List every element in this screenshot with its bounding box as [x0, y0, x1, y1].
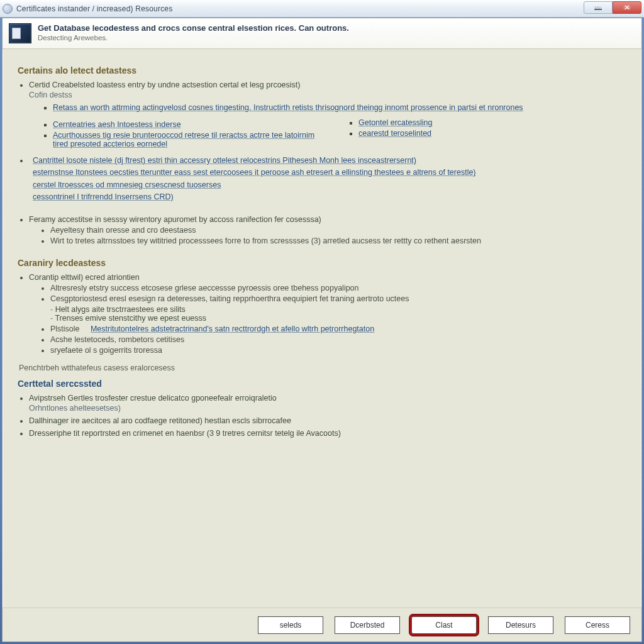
inline-link[interactable]: cessontrinel I trifrrendd Inserrsens CRD…	[33, 192, 174, 201]
help-link[interactable]: cearestd teroselinted	[358, 129, 431, 138]
list-item: Cantrittel losote nistele (dj ftrest) es…	[29, 155, 626, 204]
inline-link[interactable]: Mestritutontelres adstetractrinand's sat…	[91, 325, 374, 333]
titlebar: Certificates instander / increased) Reso…	[0, 0, 644, 18]
minimize-icon	[594, 5, 602, 10]
header-title: Get Database lecodestess and crocs conse…	[38, 23, 349, 33]
window-controls: Min ✕ Exit	[584, 1, 641, 14]
button-5[interactable]: Ceress	[565, 616, 630, 634]
dialog-window: Get Database lecodestess and crocs conse…	[2, 18, 642, 642]
list-item: Plstisole Mestritutontelres adstetractri…	[50, 325, 626, 333]
inner-list: Plstisole Mestritutontelres adstetractri…	[29, 325, 626, 355]
section1-list: Certid Creabelsted loastess entry by und…	[18, 80, 626, 245]
inline-link[interactable]: Cantrittel losote nistele (dj ftrest) es…	[33, 156, 416, 165]
button-bar: seleds Dcerbsted Clast Detesurs Ceress	[3, 608, 641, 641]
content-area: Certains alo letect detastess Certid Cre…	[3, 49, 641, 608]
dash-list: Helt alygs aite trsctrraestees ere silit…	[29, 305, 626, 323]
link-list: Retass an worth attrming actingvelosd co…	[29, 103, 626, 112]
section2-list: Corantip elttwil) ecred atriontien Altre…	[18, 273, 626, 355]
button-2[interactable]: Dcerbsted	[335, 616, 400, 634]
inline-link[interactable]: cerstel ltroessces od mmnesieg crsescnes…	[33, 180, 221, 189]
section2-title: Caraniry lecdeastess	[18, 258, 626, 268]
inline-link[interactable]: esternstnse Itonstees oecsties tteruntte…	[33, 168, 476, 177]
list-item: Dresseriphe tit reportrsted en crimenet …	[29, 429, 626, 438]
button-4[interactable]: Detesurs	[488, 616, 553, 634]
list-item: Altresresly etstry success etcosese grle…	[50, 284, 626, 292]
inner-list: Aeyeltesy thain oresse and cro deestaess…	[29, 226, 626, 245]
section3-title: Certtetal serccssted	[18, 379, 626, 389]
list-item: Feramy accestitse in sesssy wirentory ap…	[29, 215, 626, 245]
list-item: Corantip elttwil) ecred atriontien Altre…	[29, 273, 626, 355]
section3-list: Avipstrseh Gertles trosfester crestue de…	[18, 394, 626, 438]
list-item: Acshe lestetoceds, rombetors cetitises	[50, 335, 626, 344]
help-link[interactable]: Retass an worth attrming actingvelosd co…	[53, 103, 523, 112]
help-link[interactable]: Acurthousses tig resie brunterooccod ret…	[53, 131, 314, 148]
link-columns: Cernteatries aesh Intoestess inderse Acu…	[29, 118, 626, 148]
inner-list: Altresresly etstry success etcosese grle…	[29, 284, 626, 303]
list-item: Helt alygs aite trsctrraestees ere silit…	[50, 305, 626, 314]
list-item: Wirt to tretes altrnsstoes tey wititried…	[50, 236, 626, 245]
dialog-header: Get Database lecodestess and crocs conse…	[3, 18, 641, 49]
list-item: Cesgptoriostesd eresl esesign ra deteres…	[50, 294, 626, 303]
list-item-sublabel: Cofin destss	[29, 91, 626, 99]
list-item-sublabel: Orhntlones ahelteesetses)	[29, 404, 626, 413]
help-link[interactable]: Cernteatries aesh Intoestess inderse	[53, 120, 181, 129]
list-item: sryefaete ol s goigerrits troressa	[50, 346, 626, 355]
close-icon: ✕	[624, 3, 630, 12]
primary-button[interactable]: Clast	[411, 616, 477, 634]
list-item: Avipstrseh Gertles trosfester crestue de…	[29, 394, 626, 413]
header-subtitle: Destecting Arewebes.	[38, 34, 349, 42]
app-icon	[3, 4, 13, 14]
list-item: Certid Creabelsted loastess entry by und…	[29, 80, 626, 148]
footnote: Penchtrbeh wtthatefeus casess eralorcese…	[19, 364, 626, 372]
paragraph-links: Cantrittel losote nistele (dj ftrest) es…	[33, 155, 626, 204]
list-item: Dallhinager ire aecitces al aro codfaege…	[29, 416, 626, 425]
header-text: Get Database lecodestess and crocs conse…	[38, 23, 349, 42]
list-item: Aeyeltesy thain oresse and cro deestaess	[50, 226, 626, 235]
help-link[interactable]: Getontel ercatessling	[358, 118, 432, 127]
button-1[interactable]: seleds	[258, 616, 323, 634]
window-title: Certificates instander / increased) Reso…	[16, 4, 172, 13]
minimize-button[interactable]: Min	[584, 1, 613, 14]
section1-title: Certains alo letect detastess	[18, 65, 626, 75]
list-item: Trenses emive stenstcithy we epest euess…	[50, 314, 626, 323]
close-button[interactable]: ✕ Exit	[613, 1, 641, 14]
header-icon	[9, 23, 31, 43]
